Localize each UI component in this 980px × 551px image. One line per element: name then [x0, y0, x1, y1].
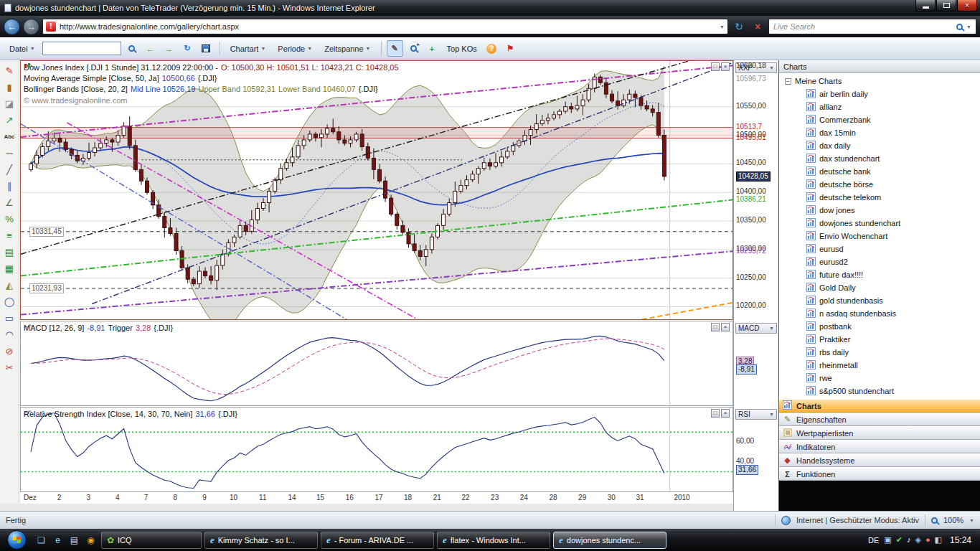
panel-restore-button[interactable]: □ — [711, 409, 720, 418]
search-dropdown-icon[interactable]: ▼ — [966, 24, 971, 29]
zoom-dropdown-icon[interactable]: ▼ — [969, 518, 974, 523]
macd-axis-dropdown[interactable]: MACD▼ — [735, 323, 777, 334]
back-button[interactable]: ← — [4, 19, 20, 35]
maximize-button[interactable] — [936, 0, 956, 11]
certificate-error-icon[interactable]: ! — [46, 22, 56, 32]
sidebar-item-air-berlin-daily[interactable]: air berlin daily — [779, 88, 980, 100]
sidebar-item-envio-wochenchart[interactable]: Envio Wochenchart — [779, 230, 980, 242]
language-indicator[interactable]: DE — [868, 536, 879, 545]
macd-panel[interactable]: MACD [12, 26, 9] -8,91 Trigger 3,28 {.DJ… — [20, 321, 733, 406]
pitchfork-tool-icon[interactable]: ◭ — [1, 277, 18, 293]
bars-tool-icon[interactable]: ▤ — [1, 244, 18, 260]
text-tool-icon[interactable]: Abc — [1, 128, 18, 145]
help-icon[interactable]: ? — [484, 40, 500, 57]
forbidden-tool-icon[interactable]: ⊘ — [1, 343, 18, 359]
taskbar-window-dowjones-stundenc[interactable]: edowjones stundenc... — [553, 532, 666, 549]
taskbar-window-forum-ariva-de[interactable]: e- Forum - ARIVA.DE ... — [321, 532, 434, 549]
panel-close-button[interactable]: × — [721, 62, 730, 71]
sidebar-item-deutsche-bank[interactable]: deutsche bank — [779, 165, 980, 178]
tray-display-icon[interactable]: ▣ — [884, 535, 891, 545]
sidebar-section-wertpapierlisten[interactable]: Wertpapierlisten — [779, 426, 980, 440]
sidebar-item-deutsche-telekom[interactable]: deutsche telekom — [779, 191, 980, 204]
tray-volume-icon[interactable]: ♪ — [907, 535, 911, 545]
tray-network-icon[interactable]: ◈ — [915, 535, 920, 545]
rectangle-tool-icon[interactable]: ▭ — [1, 310, 18, 326]
sidebar-item-dax-15min[interactable]: dax 15min — [779, 126, 980, 139]
refresh-button[interactable]: ↻ — [731, 19, 747, 34]
draw-tool-icon[interactable]: ✎ — [387, 40, 403, 57]
panel-restore-button[interactable]: □ — [711, 323, 720, 331]
sidebar-item-deutsche-b-rse[interactable]: deutsche börse — [779, 178, 980, 191]
url-text[interactable]: http://www.tradesignalonline.com/gallery… — [60, 22, 716, 31]
toolbar-link-top-kos[interactable]: Top KOs — [443, 44, 481, 53]
sidebar-item-dax-stundenchart[interactable]: dax stundenchart — [779, 152, 980, 165]
flag-icon[interactable]: ⚑ — [502, 40, 519, 57]
zoom-level[interactable]: 100% — [943, 516, 963, 524]
close-button[interactable]: × — [957, 0, 977, 11]
macd-chart-svg[interactable] — [21, 321, 732, 405]
sidebar-item-dowjones-stundenchart[interactable]: dowjones stundenchart — [779, 217, 980, 230]
arrow-tool-icon[interactable]: ↗ — [1, 112, 18, 128]
sidebar-section-handelssysteme[interactable]: ◆Handelssysteme — [779, 453, 980, 467]
tree-root[interactable]: − Meine Charts — [779, 75, 980, 88]
address-dropdown-icon[interactable]: ▼ — [720, 24, 725, 29]
toolbar-menu-periode[interactable]: Periode▼ — [273, 42, 317, 56]
sidebar-section-indikatoren[interactable]: Indikatoren — [779, 440, 980, 453]
grid-tool-icon[interactable]: ▦ — [1, 260, 18, 277]
quicklaunch-flip3d-icon[interactable]: ❏ — [34, 532, 49, 547]
arc-tool-icon[interactable]: ◠ — [1, 326, 18, 343]
sidebar-item-gold-daily[interactable]: Gold Daily — [779, 281, 980, 294]
sidebar-item-rheinmetall[interactable]: rheinmetall — [779, 359, 980, 372]
taskbar-window-flatex-windows-int[interactable]: eflatex - Windows Int... — [437, 532, 550, 549]
horizontal-line-tool-icon[interactable]: ─ — [1, 145, 18, 161]
minimize-button[interactable] — [915, 0, 936, 11]
cut-tool-icon[interactable]: ✂ — [1, 359, 18, 376]
rsi-chart-svg[interactable] — [21, 408, 732, 491]
start-button[interactable] — [7, 530, 27, 550]
price-panel[interactable]: Dow Jones Index [.DJI 1 Stunde] 31.12.20… — [20, 60, 733, 320]
sidebar-item-praktiker[interactable]: Praktiker — [779, 333, 980, 346]
quicklaunch-desktop-icon[interactable]: ▤ — [67, 532, 82, 547]
crosshair-tool-icon[interactable]: + — [424, 40, 440, 57]
collapse-icon[interactable]: − — [785, 78, 791, 85]
sidebar-item-future-dax[interactable]: future dax!!!! — [779, 268, 980, 281]
pencil-tool-icon[interactable]: ✎ — [1, 62, 18, 79]
channel-tool-icon[interactable]: ∥ — [1, 178, 18, 194]
sidebar-item-rbs-daily[interactable]: rbs daily — [779, 346, 980, 359]
ellipse-tool-icon[interactable]: ◯ — [1, 293, 18, 310]
sidebar-item-gold-stundenbasis[interactable]: gold stundenbasis — [779, 294, 980, 307]
panel-close-button[interactable]: × — [721, 323, 730, 331]
rsi-panel[interactable]: Relative Strength Index [Close, 14, 30, … — [20, 407, 733, 492]
sidebar-item-commerzbank[interactable]: Commerzbank — [779, 113, 980, 126]
zoom-icon[interactable] — [931, 517, 938, 524]
toolbar-menu-zeitspanne[interactable]: Zeitspanne▼ — [319, 42, 375, 56]
sidebar-section-eigenschaften[interactable]: ✎Eigenschaften — [779, 413, 980, 426]
sidebar-item-s-p500-stundenchart[interactable]: s&p500 stundenchart — [779, 385, 980, 397]
sidebar-item-dow-jones[interactable]: dow jones — [779, 204, 980, 217]
sidebar-item-allianz[interactable]: allianz — [779, 100, 980, 113]
quicklaunch-media-icon[interactable]: ◉ — [83, 532, 98, 547]
fib-lines-tool-icon[interactable]: ≡ — [1, 227, 18, 244]
search-icon[interactable] — [123, 40, 140, 57]
toolbar-menu-datei[interactable]: Datei▼ — [4, 42, 40, 56]
tray-message-icon[interactable]: ● — [925, 535, 930, 545]
sidebar-item-rwe[interactable]: rwe — [779, 372, 980, 385]
toolbar-symbol-input[interactable] — [42, 42, 121, 55]
fib-retracement-tool-icon[interactable]: % — [1, 211, 18, 227]
rsi-axis-dropdown[interactable]: RSI▼ — [735, 409, 777, 420]
address-bar[interactable]: ! http://www.tradesignalonline.com/galle… — [42, 19, 728, 34]
sidebar-item-postbank[interactable]: postbank — [779, 320, 980, 333]
quicklaunch-ie-icon[interactable]: e — [50, 532, 65, 547]
angle-tool-icon[interactable]: ∠ — [1, 194, 18, 211]
search-icon[interactable] — [956, 24, 963, 30]
stop-button[interactable]: × — [750, 19, 765, 34]
back-arrow-icon[interactable]: ← — [142, 40, 159, 57]
sidebar-item-dax-daily[interactable]: dax daily — [779, 139, 980, 152]
tray-power-icon[interactable]: ◧ — [935, 535, 942, 545]
taskbar-button-icq[interactable]: ✿ ICQ — [101, 532, 202, 549]
live-search-box[interactable]: Live Search ▼ — [768, 19, 976, 34]
panel-restore-button[interactable]: □ — [711, 62, 720, 71]
sidebar-section-funktionen[interactable]: ΣFunktionen — [779, 467, 980, 481]
trendline-tool-icon[interactable]: ╱ — [1, 161, 18, 178]
taskbar-clock[interactable]: 15:24 — [947, 535, 971, 545]
